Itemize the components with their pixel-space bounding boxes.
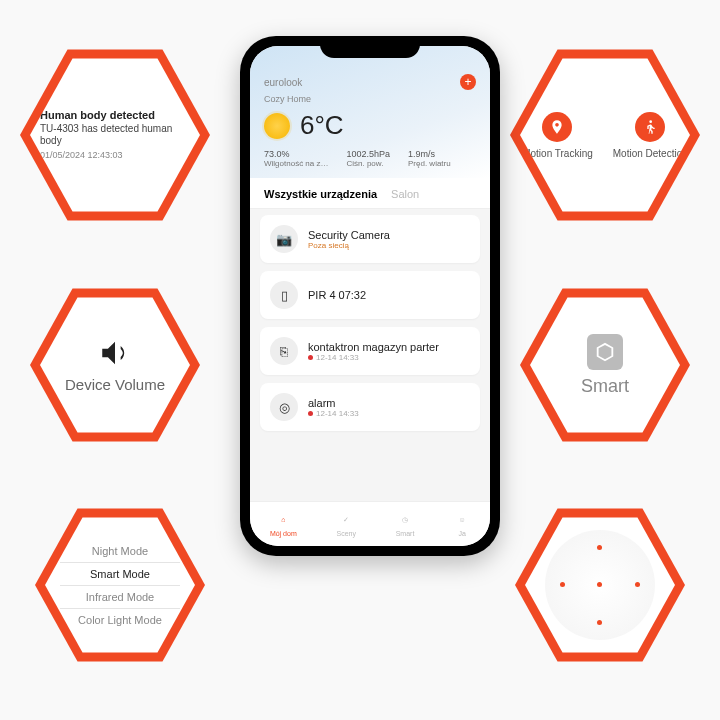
nav-icon: ⌂ [275, 512, 291, 528]
device-row[interactable]: ▯PIR 4 07:32 [260, 271, 480, 319]
device-sub: Poza siecią [308, 241, 390, 250]
nav-mój-dom[interactable]: ⌂Mój dom [270, 512, 297, 537]
device-row[interactable]: ◎alarm12-14 14:33 [260, 383, 480, 431]
weather-metric: 1002.5hPaCiśn. pow. [346, 149, 390, 168]
weather-metric: 1.9m/sPręd. wiatru [408, 149, 451, 168]
add-button[interactable]: + [460, 74, 476, 90]
mode-option[interactable]: Smart Mode [60, 563, 180, 586]
hex-remote[interactable] [505, 490, 695, 680]
smart-label: Smart [581, 376, 629, 397]
phone-screen: eurolook + Cozy Home 6°C 73.0%Wilgotność… [250, 46, 490, 546]
nav-label: Mój dom [270, 530, 297, 537]
cube-icon [587, 334, 623, 370]
device-name: Security Camera [308, 229, 390, 241]
temperature: 6°C [300, 110, 344, 141]
nav-icon: ◷ [397, 512, 413, 528]
motion-detection[interactable]: Motion Detection [613, 112, 688, 159]
brand: eurolook [264, 77, 302, 88]
device-icon: 📷 [270, 225, 298, 253]
device-icon: ⎘ [270, 337, 298, 365]
svg-point-0 [650, 120, 653, 123]
nav-sceny[interactable]: ✓Sceny [336, 512, 355, 537]
mode-option[interactable]: Night Mode [60, 540, 180, 563]
nav-icon: ✓ [338, 512, 354, 528]
walk-icon [635, 112, 665, 142]
device-sub: 12-14 14:33 [308, 353, 439, 362]
weather-metric: 73.0%Wilgotność na z… [264, 149, 328, 168]
nav-ja[interactable]: ☺Ja [454, 512, 470, 537]
speaker-icon [98, 336, 132, 370]
device-name: alarm [308, 397, 359, 409]
hex-device-volume[interactable]: Device Volume [20, 270, 210, 460]
tab-all-devices[interactable]: Wszystkie urządzenia [264, 188, 377, 200]
volume-label: Device Volume [65, 376, 165, 394]
device-row[interactable]: 📷Security CameraPoza siecią [260, 215, 480, 263]
nav-icon: ☺ [454, 512, 470, 528]
home-label[interactable]: Cozy Home [264, 94, 476, 104]
device-name: kontaktron magazyn parter [308, 341, 439, 353]
nav-label: Sceny [336, 530, 355, 537]
pin-icon [542, 112, 572, 142]
motion-tracking-label: Motion Tracking [522, 148, 593, 159]
notif-title: Human body detected [40, 109, 190, 123]
nav-label: Smart [396, 530, 415, 537]
device-name: PIR 4 07:32 [308, 289, 366, 301]
hex-smart[interactable]: Smart [510, 270, 700, 460]
mode-option[interactable]: Infrared Mode [60, 586, 180, 609]
remote-pad-icon [545, 530, 655, 640]
device-sub: 12-14 14:33 [308, 409, 359, 418]
notif-body: TU-4303 has detected human body [40, 123, 190, 148]
hex-motion: Motion Tracking Motion Detection [510, 40, 700, 230]
hex-notification: Human body detected TU-4303 has detected… [20, 40, 210, 230]
mode-option[interactable]: Color Light Mode [60, 609, 180, 631]
device-icon: ◎ [270, 393, 298, 421]
nav-label: Ja [458, 530, 465, 537]
device-icon: ▯ [270, 281, 298, 309]
phone-frame: eurolook + Cozy Home 6°C 73.0%Wilgotność… [240, 36, 500, 556]
motion-detection-label: Motion Detection [613, 148, 688, 159]
notif-time: 01/05/2024 12:43:03 [40, 150, 190, 161]
device-row[interactable]: ⎘kontaktron magazyn parter12-14 14:33 [260, 327, 480, 375]
tab-salon[interactable]: Salon [391, 188, 419, 200]
motion-tracking[interactable]: Motion Tracking [522, 112, 593, 159]
sun-icon [264, 113, 290, 139]
nav-smart[interactable]: ◷Smart [396, 512, 415, 537]
phone-notch [320, 36, 420, 58]
hex-modes: Night ModeSmart ModeInfrared ModeColor L… [25, 490, 215, 680]
